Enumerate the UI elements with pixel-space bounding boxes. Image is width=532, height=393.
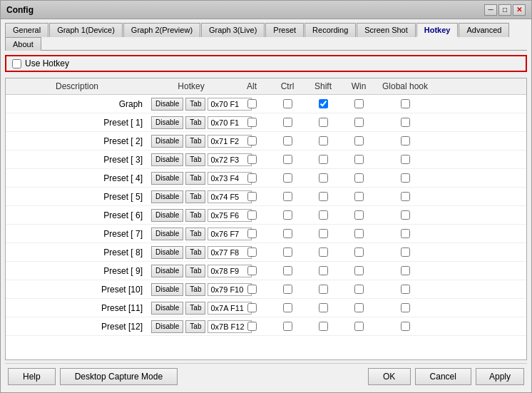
tab-button-5[interactable]: Tab xyxy=(185,190,205,203)
alt-checkbox-10[interactable] xyxy=(247,285,257,294)
disable-button-12[interactable]: Disable xyxy=(151,320,183,333)
alt-checkbox-1[interactable] xyxy=(247,118,257,127)
disable-button-2[interactable]: Disable xyxy=(151,135,183,148)
shift-checkbox-4[interactable] xyxy=(319,173,328,183)
alt-checkbox-3[interactable] xyxy=(247,155,257,164)
disable-button-10[interactable]: Disable xyxy=(151,283,183,296)
tab-button-11[interactable]: Tab xyxy=(185,302,205,315)
tab-button-10[interactable]: Tab xyxy=(185,283,205,296)
win-checkbox-10[interactable] xyxy=(354,285,364,294)
global-checkbox-11[interactable] xyxy=(401,303,410,312)
global-checkbox-4[interactable] xyxy=(401,173,410,183)
global-checkbox-5[interactable] xyxy=(401,192,410,201)
global-checkbox-8[interactable] xyxy=(401,247,410,257)
tab-button-12[interactable]: Tab xyxy=(185,320,205,333)
win-checkbox-2[interactable] xyxy=(354,136,364,146)
tab-general[interactable]: General xyxy=(5,23,48,37)
shift-checkbox-7[interactable] xyxy=(319,229,328,238)
win-checkbox-3[interactable] xyxy=(354,155,364,164)
tab-button-3[interactable]: Tab xyxy=(185,153,205,166)
ctrl-checkbox-12[interactable] xyxy=(283,322,292,331)
shift-checkbox-8[interactable] xyxy=(319,247,328,257)
win-checkbox-9[interactable] xyxy=(354,266,364,275)
disable-button-5[interactable]: Disable xyxy=(151,190,183,203)
shift-checkbox-3[interactable] xyxy=(319,155,328,164)
global-checkbox-9[interactable] xyxy=(401,266,410,275)
global-checkbox-3[interactable] xyxy=(401,155,410,164)
shift-checkbox-12[interactable] xyxy=(319,322,328,331)
ctrl-checkbox-5[interactable] xyxy=(283,192,292,201)
tab-button-4[interactable]: Tab xyxy=(185,172,205,185)
tab-preset[interactable]: Preset xyxy=(265,23,304,37)
close-button[interactable]: ✕ xyxy=(513,4,526,16)
alt-checkbox-5[interactable] xyxy=(247,192,257,201)
tab-recording[interactable]: Recording xyxy=(305,23,356,37)
ctrl-checkbox-10[interactable] xyxy=(283,285,292,294)
maximize-button[interactable]: □ xyxy=(498,4,511,16)
win-checkbox-6[interactable] xyxy=(354,210,364,220)
shift-checkbox-10[interactable] xyxy=(319,285,328,294)
help-button[interactable]: Help xyxy=(8,368,56,385)
shift-checkbox-2[interactable] xyxy=(319,136,328,146)
tab-button-9[interactable]: Tab xyxy=(185,265,205,277)
global-checkbox-6[interactable] xyxy=(401,210,410,220)
ctrl-checkbox-2[interactable] xyxy=(283,136,292,146)
disable-button-0[interactable]: Disable xyxy=(151,98,183,111)
global-checkbox-0[interactable] xyxy=(401,99,410,108)
minimize-button[interactable]: ─ xyxy=(484,4,497,16)
alt-checkbox-11[interactable] xyxy=(247,303,257,312)
ok-button[interactable]: OK xyxy=(368,368,411,385)
alt-checkbox-8[interactable] xyxy=(247,247,257,257)
ctrl-checkbox-7[interactable] xyxy=(283,229,292,238)
shift-checkbox-9[interactable] xyxy=(319,266,328,275)
tab-button-6[interactable]: Tab xyxy=(185,209,205,222)
ctrl-checkbox-11[interactable] xyxy=(283,303,292,312)
tab-graph1[interactable]: Graph 1(Device) xyxy=(49,23,123,37)
win-checkbox-7[interactable] xyxy=(354,229,364,238)
win-checkbox-5[interactable] xyxy=(354,192,364,201)
ctrl-checkbox-8[interactable] xyxy=(283,247,292,257)
tab-graph2[interactable]: Graph 2(Preview) xyxy=(123,23,200,37)
global-checkbox-10[interactable] xyxy=(401,285,410,294)
disable-button-7[interactable]: Disable xyxy=(151,228,183,240)
desktop-capture-mode-button[interactable]: Desktop Capture Mode xyxy=(60,368,178,385)
use-hotkey-checkbox[interactable] xyxy=(12,59,21,68)
alt-checkbox-2[interactable] xyxy=(247,136,257,146)
tab-button-2[interactable]: Tab xyxy=(185,135,205,148)
alt-checkbox-12[interactable] xyxy=(247,322,257,331)
ctrl-checkbox-3[interactable] xyxy=(283,155,292,164)
ctrl-checkbox-9[interactable] xyxy=(283,266,292,275)
disable-button-1[interactable]: Disable xyxy=(151,116,183,129)
win-checkbox-8[interactable] xyxy=(354,247,364,257)
shift-checkbox-6[interactable] xyxy=(319,210,328,220)
global-checkbox-2[interactable] xyxy=(401,136,410,146)
alt-checkbox-9[interactable] xyxy=(247,266,257,275)
tab-about[interactable]: About xyxy=(5,37,41,51)
global-checkbox-1[interactable] xyxy=(401,118,410,127)
win-checkbox-12[interactable] xyxy=(354,322,364,331)
win-checkbox-1[interactable] xyxy=(354,118,364,127)
alt-checkbox-0[interactable] xyxy=(247,99,257,108)
tab-hotkey[interactable]: Hotkey xyxy=(416,23,459,37)
disable-button-11[interactable]: Disable xyxy=(151,302,183,315)
tab-screenshot[interactable]: Screen Shot xyxy=(357,23,416,37)
disable-button-9[interactable]: Disable xyxy=(151,265,183,277)
alt-checkbox-4[interactable] xyxy=(247,173,257,183)
ctrl-checkbox-6[interactable] xyxy=(283,210,292,220)
tab-button-7[interactable]: Tab xyxy=(185,228,205,240)
disable-button-8[interactable]: Disable xyxy=(151,246,183,259)
disable-button-3[interactable]: Disable xyxy=(151,153,183,166)
tab-advanced[interactable]: Advanced xyxy=(459,23,509,37)
disable-button-4[interactable]: Disable xyxy=(151,172,183,185)
ctrl-checkbox-4[interactable] xyxy=(283,173,292,183)
ctrl-checkbox-1[interactable] xyxy=(283,118,292,127)
shift-checkbox-1[interactable] xyxy=(319,118,328,127)
win-checkbox-0[interactable] xyxy=(354,99,364,108)
shift-checkbox-0[interactable] xyxy=(319,99,328,108)
shift-checkbox-5[interactable] xyxy=(319,192,328,201)
tab-button-0[interactable]: Tab xyxy=(185,98,205,111)
shift-checkbox-11[interactable] xyxy=(319,303,328,312)
win-checkbox-11[interactable] xyxy=(354,303,364,312)
win-checkbox-4[interactable] xyxy=(354,173,364,183)
apply-button[interactable]: Apply xyxy=(476,368,524,385)
